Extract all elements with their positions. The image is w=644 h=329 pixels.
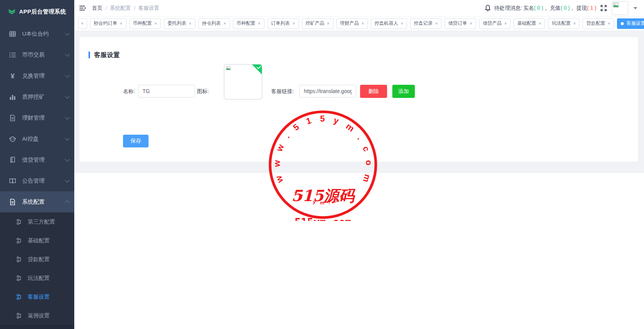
delete-button[interactable]: 删除	[360, 85, 387, 98]
breadcrumb-separator: /	[134, 5, 135, 11]
tab-6[interactable]: 订单列表×	[267, 18, 299, 29]
workspace: 客服设置 名称: 图标: 客服链接	[74, 30, 644, 329]
tab-15[interactable]: 贷款配置×	[582, 18, 614, 29]
sidebar-item-label: 公告管理	[22, 177, 45, 185]
tab-close-icon[interactable]: ×	[401, 21, 403, 26]
sidebar-item-1[interactable]: 币币交易	[0, 44, 74, 65]
tab-close-icon[interactable]: ×	[539, 21, 541, 26]
sidebar-submenu: 第三方配置基础配置贷款配置玩法配置客服设置返佣设置	[0, 212, 74, 325]
sidebar-item-5[interactable]: AI控盘	[0, 128, 74, 149]
robot-icon	[9, 135, 16, 143]
sidebar-item-label: 币币交易	[22, 51, 45, 59]
sidebar-item-7[interactable]: 公告管理	[0, 170, 74, 191]
sidebar-subitem-label: 返佣设置	[28, 312, 50, 319]
broken-image-icon	[226, 66, 231, 70]
sidebar-subitem-1[interactable]: 基础配置	[0, 231, 74, 250]
notification-bell-icon[interactable]	[484, 5, 491, 12]
tab-14[interactable]: 玩法配置×	[548, 18, 579, 29]
share-node-icon	[16, 275, 23, 282]
sidebar-item-4[interactable]: 理财管理	[0, 107, 74, 128]
icon-label: 图标:	[197, 87, 209, 95]
tab-16[interactable]: 客服设置×	[617, 18, 644, 29]
tab-close-icon[interactable]: ×	[189, 21, 192, 26]
tab-label: 客服设置	[626, 20, 644, 27]
breadcrumb-item-0[interactable]: 首页	[92, 5, 102, 12]
tab-0[interactable]: ×	[78, 18, 87, 29]
sidebar-item-8[interactable]: 系统配置	[0, 191, 74, 212]
app-root: APP后台管理系统 U本位合约币币交易¥兑换管理质押挖矿理财管理AI控盘借贷管理…	[0, 0, 644, 329]
tab-5[interactable]: 币种配置×	[233, 18, 264, 29]
collapse-sidebar-icon[interactable]	[79, 5, 86, 12]
tab-bar: ×秒合约订单×币种配置×委托列表×持仓列表×币种配置×订单列表×挖矿产品×理财产…	[74, 17, 644, 30]
link-label: 客服链接:	[271, 87, 294, 95]
icon-upload-box[interactable]	[224, 64, 262, 99]
top-header: 首页/系统配置/客服设置 待处理消息: 实名( 0 )， 充值( 0 )， 提现…	[74, 0, 644, 17]
tab-label: 控盘记录	[414, 20, 432, 27]
avatar[interactable]	[612, 1, 628, 15]
app-title: APP后台管理系统	[19, 8, 66, 15]
notice-label-2: 提现	[576, 5, 587, 11]
sidebar-item-0[interactable]: U本位合约	[0, 23, 74, 44]
notice-count-0: ( 0 )	[534, 5, 543, 11]
sidebar-subitem-5[interactable]: 返佣设置	[0, 306, 74, 325]
tab-close-icon[interactable]: ×	[293, 21, 295, 26]
tab-3[interactable]: 委托列表×	[164, 18, 195, 29]
tab-label: 基础配置	[517, 20, 536, 27]
sidebar-item-label: AI控盘	[22, 135, 39, 143]
tab-close-icon[interactable]: ×	[81, 21, 84, 26]
sidebar-subitem-label: 客服设置	[28, 293, 50, 300]
sidebar-subitem-2[interactable]: 贷款配置	[0, 250, 74, 269]
tab-7[interactable]: 挖矿产品×	[302, 18, 333, 29]
tab-close-icon[interactable]: ×	[258, 21, 261, 26]
logo: APP后台管理系统	[0, 0, 74, 23]
tab-close-icon[interactable]: ×	[435, 21, 438, 26]
sidebar-item-6[interactable]: 借贷管理	[0, 149, 74, 170]
tab-close-icon[interactable]: ×	[327, 21, 330, 26]
broken-image-icon	[613, 2, 619, 8]
notice-label-0: 实名	[524, 5, 534, 11]
tab-11[interactable]: 借贷订单×	[444, 18, 476, 29]
sidebar-nav: U本位合约币币交易¥兑换管理质押挖矿理财管理AI控盘借贷管理公告管理系统配置第三…	[0, 23, 74, 325]
robot-icon	[9, 135, 16, 143]
tab-9[interactable]: 控盘机器人×	[371, 18, 407, 29]
sidebar-subitem-label: 第三方配置	[28, 218, 55, 225]
breadcrumb-item-2[interactable]: 客服设置	[138, 5, 159, 12]
tab-13[interactable]: 基础配置×	[513, 18, 545, 29]
tab-4[interactable]: 持仓列表×	[198, 18, 230, 29]
share-node-icon	[16, 218, 23, 225]
chevron-down-icon	[65, 94, 70, 99]
notice-comma: ，	[543, 5, 550, 11]
tab-close-icon[interactable]: ×	[120, 21, 123, 26]
sidebar-item-2[interactable]: ¥兑换管理	[0, 65, 74, 86]
tab-label: 贷款配置	[586, 20, 605, 27]
tab-label: 委托列表	[168, 20, 186, 27]
sidebar-footer	[0, 325, 74, 329]
tab-2[interactable]: 币种配置×	[129, 18, 161, 29]
fullscreen-icon[interactable]	[600, 5, 607, 12]
sidebar-subitem-3[interactable]: 玩法配置	[0, 269, 74, 287]
tab-close-icon[interactable]: ×	[362, 21, 364, 26]
name-input[interactable]	[138, 85, 195, 98]
name-label: 名称:	[116, 87, 135, 95]
add-button[interactable]: 添加	[392, 85, 415, 98]
sidebar-subitem-label: 基础配置	[28, 237, 50, 244]
tab-10[interactable]: 控盘记录×	[410, 18, 441, 29]
tab-close-icon[interactable]: ×	[573, 21, 576, 26]
sidebar-subitem-4[interactable]: 客服设置	[0, 287, 74, 306]
tab-12[interactable]: 借贷产品×	[479, 18, 510, 29]
tab-close-icon[interactable]: ×	[470, 21, 472, 26]
sidebar-item-3[interactable]: 质押挖矿	[0, 86, 74, 107]
tab-close-icon[interactable]: ×	[608, 21, 610, 26]
tab-close-icon[interactable]: ×	[155, 21, 157, 26]
watermark-arc-bottom: 5 1 5 y m . c o m	[293, 189, 352, 206]
chevron-down-icon	[65, 115, 70, 120]
tab-close-icon[interactable]: ×	[504, 21, 507, 26]
tab-8[interactable]: 理财产品×	[336, 18, 368, 29]
tab-1[interactable]: 秒合约订单×	[90, 18, 126, 29]
save-button[interactable]: 保存	[123, 135, 149, 147]
user-menu-caret-icon[interactable]	[633, 7, 637, 9]
sidebar-subitem-0[interactable]: 第三方配置	[0, 212, 74, 231]
link-input[interactable]	[299, 85, 356, 98]
tab-close-icon[interactable]: ×	[224, 21, 226, 26]
breadcrumb-item-1[interactable]: 系统配置	[110, 5, 131, 12]
